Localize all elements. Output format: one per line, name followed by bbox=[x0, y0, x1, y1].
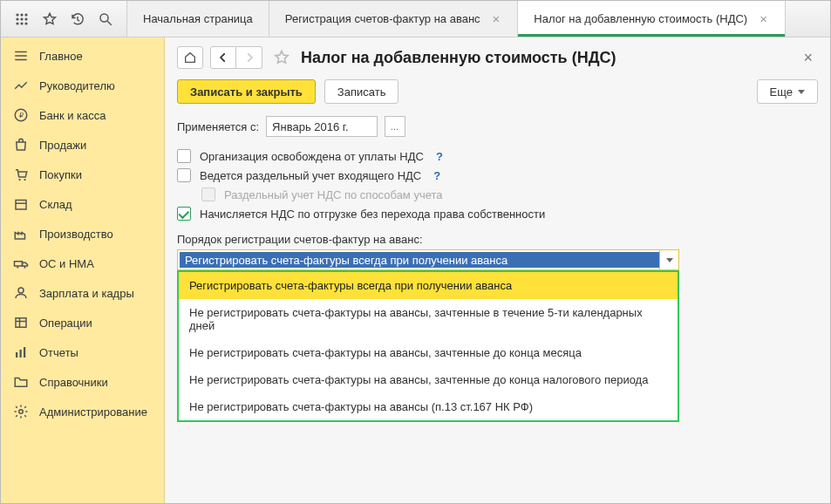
sidebar-item-purchases[interactable]: Покупки bbox=[1, 160, 164, 189]
sidebar-item-label: Производство bbox=[39, 228, 113, 241]
content: Налог на добавленную стоимость (НДС) × З… bbox=[165, 37, 830, 503]
history-icon[interactable] bbox=[69, 10, 86, 28]
chk-by-method-row: Раздельный учет НДС по способам учета bbox=[201, 187, 818, 201]
combo-option[interactable]: Не регистрировать счета-фактуры на аванс… bbox=[179, 393, 678, 420]
sidebar-item-label: ОС и НМА bbox=[39, 257, 94, 270]
chk-exempt[interactable] bbox=[177, 149, 191, 163]
svg-point-6 bbox=[16, 22, 18, 24]
help-icon[interactable]: ? bbox=[436, 150, 443, 163]
chk-separate[interactable] bbox=[177, 168, 191, 182]
combo-drop-button[interactable] bbox=[659, 250, 678, 269]
combo-value: Регистрировать счета-фактуры всегда при … bbox=[180, 252, 659, 268]
cart-icon bbox=[13, 167, 29, 182]
sidebar-item-sales[interactable]: Продажи bbox=[1, 130, 164, 160]
favorite-toggle[interactable] bbox=[273, 49, 290, 66]
svg-point-8 bbox=[24, 22, 27, 24]
close-icon[interactable]: × bbox=[758, 12, 769, 25]
window-header: Налог на добавленную стоимость (НДС) × bbox=[165, 37, 830, 74]
svg-point-2 bbox=[24, 13, 27, 16]
menu-icon bbox=[13, 48, 29, 64]
chk-exempt-row: Организация освобождена от уплаты НДС ? bbox=[177, 149, 818, 163]
chk-shipment[interactable] bbox=[177, 207, 191, 221]
sidebar: Главное Руководителю ₽ Банк и касса Прод… bbox=[1, 37, 165, 503]
chk-separate-label: Ведется раздельный учет входящего НДС bbox=[200, 169, 421, 182]
combo-box[interactable]: Регистрировать счета-фактуры всегда при … bbox=[177, 249, 679, 270]
sidebar-item-assets[interactable]: ОС и НМА bbox=[1, 249, 164, 278]
tab-label: Регистрация счетов-фактур на аванс bbox=[285, 12, 480, 25]
button-label: Записать и закрыть bbox=[190, 85, 303, 99]
sidebar-item-production[interactable]: Производство bbox=[1, 219, 164, 249]
window-close-button[interactable]: × bbox=[798, 49, 818, 67]
svg-point-3 bbox=[16, 17, 18, 20]
save-button[interactable]: Записать bbox=[324, 79, 399, 104]
bars-icon bbox=[13, 344, 29, 360]
tab-start[interactable]: Начальная страница bbox=[127, 1, 269, 37]
sidebar-item-manager[interactable]: Руководителю bbox=[1, 71, 164, 100]
sidebar-item-label: Справочники bbox=[39, 376, 108, 389]
home-icon bbox=[183, 51, 197, 65]
combo-option[interactable]: Не регистрировать счета-фактуры на аванс… bbox=[179, 339, 678, 366]
sidebar-item-hr[interactable]: Зарплата и кадры bbox=[1, 278, 164, 308]
svg-point-9 bbox=[100, 14, 108, 22]
sidebar-item-reports[interactable]: Отчеты bbox=[1, 337, 164, 367]
sidebar-item-bank[interactable]: ₽ Банк и касса bbox=[1, 100, 164, 130]
combo-option[interactable]: Не регистрировать счета-фактуры на аванс… bbox=[179, 366, 678, 393]
combo-option[interactable]: Регистрировать счета-фактуры всегда при … bbox=[179, 272, 678, 299]
person-icon bbox=[13, 285, 29, 301]
save-close-button[interactable]: Записать и закрыть bbox=[177, 79, 316, 104]
sidebar-item-label: Банк и касса bbox=[39, 109, 106, 122]
date-picker-button[interactable]: … bbox=[385, 116, 405, 137]
command-bar: Записать и закрыть Записать Еще bbox=[165, 74, 830, 112]
gear-icon bbox=[13, 404, 29, 419]
sidebar-item-label: Отчеты bbox=[39, 346, 78, 359]
apps-icon[interactable] bbox=[13, 10, 31, 28]
back-button[interactable] bbox=[210, 46, 236, 69]
star-icon[interactable] bbox=[41, 10, 58, 28]
chk-by-method bbox=[201, 187, 215, 201]
sidebar-item-stock[interactable]: Склад bbox=[1, 189, 164, 219]
invoice-order-combo: Регистрировать счета-фактуры всегда при … bbox=[177, 249, 679, 270]
star-icon bbox=[273, 49, 290, 66]
svg-point-19 bbox=[24, 266, 25, 268]
folder-icon bbox=[13, 374, 29, 390]
sidebar-item-main[interactable]: Главное bbox=[1, 41, 164, 71]
field-value: Январь 2016 г. bbox=[272, 120, 348, 133]
sidebar-item-admin[interactable]: Администрирование bbox=[1, 397, 164, 426]
factory-icon bbox=[13, 226, 29, 242]
more-button[interactable]: Еще bbox=[757, 79, 818, 104]
ruble-icon: ₽ bbox=[13, 107, 29, 123]
chk-shipment-row: Начисляется НДС по отгрузке без перехода… bbox=[177, 207, 818, 221]
sidebar-item-label: Главное bbox=[39, 50, 83, 63]
sidebar-item-label: Руководителю bbox=[39, 79, 115, 92]
chk-shipment-label: Начисляется НДС по отгрузке без перехода… bbox=[200, 208, 545, 221]
chk-by-method-label: Раздельный учет НДС по способам учета bbox=[224, 188, 443, 201]
form: Применяется с: Январь 2016 г. … Организа… bbox=[165, 112, 830, 283]
top-toolbar: Начальная страница Регистрация счетов-фа… bbox=[1, 1, 830, 37]
chart-icon bbox=[13, 78, 29, 93]
svg-point-1 bbox=[20, 13, 23, 16]
home-button[interactable] bbox=[177, 46, 203, 69]
svg-text:₽: ₽ bbox=[19, 112, 24, 119]
button-label: Еще bbox=[770, 85, 793, 99]
chk-separate-row: Ведется раздельный учет входящего НДС ? bbox=[177, 168, 818, 182]
active-tab-indicator bbox=[518, 34, 785, 37]
sidebar-item-label: Операции bbox=[39, 317, 92, 330]
app-window: Начальная страница Регистрация счетов-фа… bbox=[0, 0, 831, 504]
sidebar-item-operations[interactable]: Операции bbox=[1, 308, 164, 337]
forward-button[interactable] bbox=[236, 46, 262, 69]
chevron-down-icon bbox=[798, 90, 805, 94]
tab-invoice-reg[interactable]: Регистрация счетов-фактур на аванс × bbox=[269, 1, 519, 37]
combo-option[interactable]: Не регистрировать счета-фактуры на аванс… bbox=[179, 299, 678, 339]
system-buttons bbox=[1, 1, 127, 37]
svg-rect-15 bbox=[16, 201, 26, 210]
applies-from-field[interactable]: Январь 2016 г. bbox=[266, 116, 378, 137]
tab-vat[interactable]: Налог на добавленную стоимость (НДС) × bbox=[518, 1, 786, 37]
svg-rect-24 bbox=[16, 352, 17, 358]
close-icon[interactable]: × bbox=[491, 12, 502, 25]
sidebar-item-label: Зарплата и кадры bbox=[39, 287, 134, 300]
chevron-down-icon bbox=[666, 258, 673, 262]
help-icon[interactable]: ? bbox=[433, 169, 440, 182]
svg-rect-26 bbox=[24, 347, 25, 358]
sidebar-item-catalogs[interactable]: Справочники bbox=[1, 367, 164, 397]
search-icon[interactable] bbox=[97, 10, 114, 28]
